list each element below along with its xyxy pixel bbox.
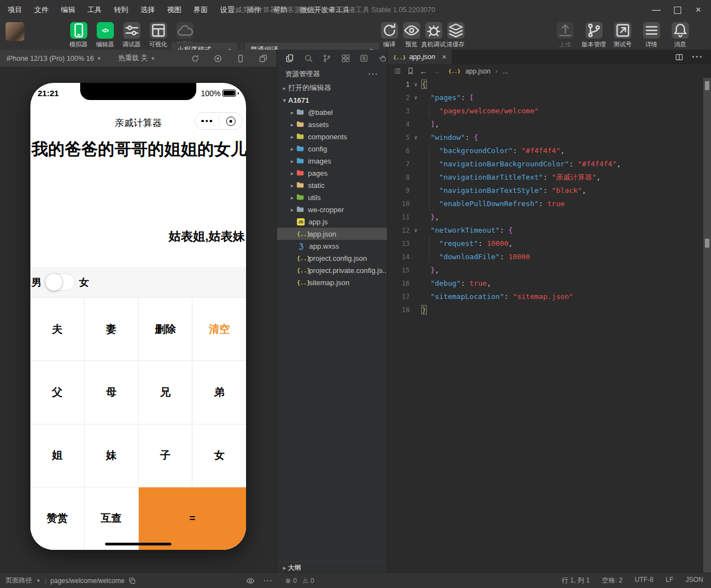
extensions-icon[interactable]	[341, 54, 351, 63]
maximize-button[interactable]	[667, 0, 688, 20]
tree-@babel[interactable]: ▸@babel	[277, 106, 387, 118]
preview-button[interactable]: 预览	[400, 22, 422, 49]
menu-item-转到[interactable]: 转到	[114, 0, 128, 20]
fold-chevron-icon[interactable]: ∨	[410, 78, 422, 91]
fold-chevron-icon[interactable]: ∨	[410, 91, 422, 104]
copy-icon[interactable]	[128, 577, 136, 585]
key-女[interactable]: 女	[192, 424, 246, 487]
tab-app-json[interactable]: {..} app.json ×	[388, 50, 452, 64]
key-父[interactable]: 父	[30, 361, 84, 423]
tree-images[interactable]: ▸images	[277, 155, 387, 167]
storage-icon[interactable]	[359, 54, 369, 63]
file-sitemap.json[interactable]: {..}sitemap.json	[277, 276, 387, 288]
more-actions-icon[interactable]: ···	[692, 52, 703, 62]
minimize-button[interactable]: —	[646, 0, 667, 20]
file-app.js[interactable]: JSapp.js	[277, 216, 387, 228]
key-夫[interactable]: 夫	[30, 298, 84, 360]
navigate-back-icon[interactable]: ←	[420, 67, 427, 76]
more-button[interactable]	[195, 113, 218, 129]
key-弟[interactable]: 弟	[192, 361, 246, 423]
tree-pages[interactable]: ▸pages	[277, 167, 387, 179]
key-兄[interactable]: 兄	[139, 361, 192, 423]
compile-button[interactable]: 编译	[378, 22, 400, 49]
teapot-icon[interactable]	[378, 54, 388, 63]
messages-button[interactable]: 消息	[666, 22, 694, 49]
eye-icon[interactable]	[246, 576, 255, 585]
key-删除[interactable]: 删除	[139, 298, 192, 360]
menu-item-项目[interactable]: 项目	[8, 0, 22, 20]
debugger-button[interactable]: 调试器	[118, 22, 145, 49]
menu-item-文件[interactable]: 文件	[34, 0, 49, 20]
fold-chevron-icon[interactable]: ∨	[410, 224, 422, 237]
close-mini-program-button[interactable]	[219, 113, 242, 129]
key-妹[interactable]: 妹	[85, 424, 138, 487]
more-icon[interactable]: ···	[264, 577, 273, 585]
menu-item-视图[interactable]: 视图	[167, 0, 181, 20]
menu-item-工具[interactable]: 工具	[87, 0, 102, 20]
close-button[interactable]: ×	[688, 0, 709, 20]
clear-cache-button[interactable]: 清缓存	[445, 22, 467, 49]
fold-chevron-icon[interactable]: ∨	[410, 131, 422, 144]
key-妻[interactable]: 妻	[85, 298, 138, 360]
search-icon[interactable]	[304, 54, 313, 63]
device-selector[interactable]: iPhone 12/13 (Pro) 100% 16	[7, 55, 94, 62]
tree-static[interactable]: ▸static	[277, 179, 387, 191]
hot-reload-toggle[interactable]: 热重载 关	[118, 54, 148, 63]
key-姐[interactable]: 姐	[30, 424, 84, 487]
split-editor-icon[interactable]	[675, 53, 683, 61]
file-app.wxss[interactable]: ℨapp.wxss	[277, 240, 387, 252]
status-item[interactable]: LF	[666, 576, 673, 585]
branch-icon[interactable]	[322, 54, 332, 63]
test-account-button[interactable]: 测试号	[608, 22, 637, 49]
gender-switch[interactable]	[45, 274, 75, 291]
record-icon[interactable]	[213, 54, 222, 63]
explorer-more-button[interactable]: ···	[369, 70, 379, 78]
close-tab-icon[interactable]: ×	[442, 53, 446, 61]
tree-[interactable]: ▸打开的编辑器	[277, 82, 387, 94]
code-area[interactable]: 1∨{2∨ "pages": [3 "pages/welcome/welcome…	[388, 78, 703, 573]
key-子[interactable]: 子	[139, 424, 192, 487]
details-button[interactable]: 详情	[637, 22, 666, 49]
page-path-label[interactable]: 页面路径	[6, 576, 32, 585]
key-赞赏[interactable]: 赞赏	[30, 487, 84, 550]
tree-components[interactable]: ▸components	[277, 130, 387, 143]
editor-button[interactable]: </>编辑器	[92, 22, 118, 49]
tree-assets[interactable]: ▸assets	[277, 118, 387, 130]
status-item[interactable]: 空格: 2	[602, 576, 623, 585]
files-icon[interactable]	[285, 54, 295, 63]
file-app.json[interactable]: {..}app.json	[277, 228, 387, 240]
user-avatar[interactable]	[6, 22, 24, 41]
key-互查[interactable]: 互查	[85, 487, 138, 550]
tree-A1671[interactable]: ▾A1671	[277, 94, 387, 106]
remote-debug-button[interactable]: 真机调试	[422, 22, 445, 49]
bookmark-icon[interactable]	[406, 67, 415, 75]
status-item[interactable]: JSON	[686, 576, 703, 585]
tree-we-cropper[interactable]: ▸we-cropper	[277, 203, 387, 216]
menu-item-编辑[interactable]: 编辑	[61, 0, 75, 20]
code-text: {	[422, 78, 426, 91]
menu-item-界面[interactable]: 界面	[194, 0, 208, 20]
windows-icon[interactable]	[259, 54, 268, 63]
version-control-button[interactable]: 版本管理	[579, 22, 608, 49]
key-清空[interactable]: 清空	[192, 298, 246, 360]
file-project.private.config.js...[interactable]: {..}project.private.config.js...	[277, 264, 387, 276]
tree-config[interactable]: ▸config	[277, 143, 387, 155]
problems-indicator[interactable]: ⊗ 0 ⚠ 0	[285, 577, 314, 585]
status-item[interactable]: UTF-8	[635, 576, 654, 585]
navigate-forward-icon[interactable]: →	[432, 67, 440, 76]
menu-item-选择[interactable]: 选择	[140, 0, 155, 20]
editor-scrollbar[interactable]	[703, 78, 711, 573]
code-line: 18}	[388, 303, 703, 317]
status-item[interactable]: 行 1, 列 1	[562, 576, 590, 585]
outline-section[interactable]: ▸ 大纲	[277, 561, 387, 573]
file-project.config.json[interactable]: {..}project.config.json	[277, 252, 387, 264]
visual-button[interactable]: 可视化	[145, 22, 171, 49]
refresh-icon[interactable]	[191, 54, 200, 63]
device-icon[interactable]	[236, 54, 245, 63]
outline-list-icon[interactable]	[393, 67, 401, 75]
chevron-right-icon: ▸	[289, 182, 296, 188]
key-母[interactable]: 母	[85, 361, 138, 423]
key-=[interactable]: =	[139, 487, 247, 550]
simulator-button[interactable]: 模拟器	[65, 22, 92, 49]
tree-utils[interactable]: ▸utils	[277, 191, 387, 203]
